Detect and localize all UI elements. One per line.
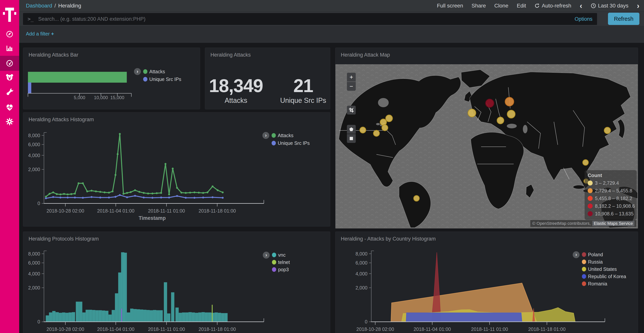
chart-legend: ›AttacksUnique Src IPs [134, 68, 181, 83]
auto-refresh-button[interactable]: Auto-refresh [534, 3, 571, 9]
sidebar-item-dashboard[interactable] [0, 56, 19, 71]
svg-text:2018-10-28 02:00: 2018-10-28 02:00 [356, 326, 394, 332]
sidebar-item-management[interactable] [0, 114, 19, 129]
map-legend-item: 3 – 2,729.4 [588, 179, 634, 187]
svg-text:2,000: 2,000 [28, 285, 40, 290]
legend-item[interactable]: Attacks [143, 68, 181, 75]
sidebar-item-discover[interactable] [0, 27, 19, 42]
edit-button[interactable]: Edit [517, 3, 526, 9]
refresh-cycle-icon [534, 3, 540, 9]
metric-values: 18,349 Attacks 21 Unique Src IPs [205, 77, 330, 105]
panel-heralding-attack-map: Heralding Attack Map [335, 48, 638, 228]
svg-text:15,000: 15,000 [110, 95, 124, 100]
query-bar: >_ Options Refresh [19, 12, 644, 26]
svg-text:0: 0 [365, 319, 368, 324]
map-rectangle-draw-button[interactable] [347, 134, 356, 143]
legend-item[interactable]: Unique Src IPs [143, 75, 181, 83]
panel-attacks-by-country-histogram: Heralding - Attacks by Country Histogram… [335, 231, 638, 333]
map-crop-filter-button[interactable] [347, 106, 356, 115]
svg-text:0: 0 [38, 201, 40, 206]
sidebar-item-visualize[interactable] [0, 41, 19, 56]
svg-text:6,000: 6,000 [28, 260, 40, 265]
legend-expand-icon[interactable]: › [263, 252, 270, 259]
sidebar-item-t-pot[interactable] [0, 70, 19, 85]
protocols-histogram-chart[interactable]: 02,0004,0006,0008,0002018-10-28 02:00201… [23, 232, 330, 333]
pentagon-icon [349, 127, 354, 132]
legend-item[interactable]: Romania [582, 280, 626, 287]
legend-item[interactable]: Russia [582, 258, 626, 265]
legend-item[interactable]: Poland [582, 251, 626, 258]
svg-text:2018-11-04 01:00: 2018-11-04 01:00 [97, 208, 134, 213]
svg-text:5,000: 5,000 [74, 95, 85, 100]
svg-text:2018-11-04 01:00: 2018-11-04 01:00 [414, 326, 451, 332]
metric-attacks: 18,349 Attacks [209, 77, 263, 105]
legend-item[interactable]: United States [582, 265, 626, 273]
legend-expand-icon[interactable]: › [134, 68, 141, 75]
legend-item[interactable]: Unique Src IPs [272, 139, 310, 147]
map-polygon-draw-button[interactable] [347, 125, 356, 134]
svg-text:4,000: 4,000 [356, 271, 368, 276]
legend-item[interactable]: pop3 [272, 266, 290, 273]
share-button[interactable]: Share [472, 3, 486, 9]
svg-text:2018-11-11 01:00: 2018-11-11 01:00 [148, 326, 185, 332]
query-options-link[interactable]: Options [574, 16, 592, 22]
bar-chart-icon [5, 44, 14, 53]
refresh-button[interactable]: Refresh [608, 13, 640, 25]
map-zoom-in-button[interactable]: + [347, 73, 356, 82]
time-range-picker[interactable]: Last 30 days [591, 3, 628, 9]
breadcrumb-dashboard-link[interactable]: Dashboard [26, 3, 52, 9]
svg-text:2018-10-28 02:00: 2018-10-28 02:00 [46, 208, 84, 213]
time-forward-chevron[interactable]: › [637, 3, 640, 9]
svg-text:2,000: 2,000 [28, 167, 40, 172]
heartbeat-icon [5, 103, 14, 112]
svg-text:6,000: 6,000 [356, 260, 368, 265]
map-attribution: © OpenStreetMap contributors, Elastic Ma… [530, 220, 636, 227]
panel-heralding-attacks-histogram: Heralding Attacks Histogram 02,0004,0006… [23, 112, 330, 226]
svg-text:2018-11-11 01:00: 2018-11-11 01:00 [471, 326, 508, 332]
sidebar-item-dev-tools[interactable] [0, 85, 19, 100]
legend-expand-icon[interactable]: › [262, 132, 269, 139]
search-input[interactable] [38, 16, 571, 22]
svg-text:0: 0 [38, 319, 40, 324]
legend-expand-icon[interactable]: › [573, 251, 580, 258]
svg-text:2018-11-18 01:00: 2018-11-18 01:00 [528, 326, 566, 332]
svg-text:2018-11-04 01:00: 2018-11-04 01:00 [97, 326, 134, 332]
full-screen-button[interactable]: Full screen [437, 3, 463, 9]
panel-heralding-protocols-histogram: Heralding Protocols Histogram 02,0004,00… [23, 231, 330, 333]
legend-item[interactable]: telnet [272, 259, 290, 266]
map-zoom-out-button[interactable]: − [347, 82, 356, 91]
chart-legend: ›AttacksUnique Src IPs [262, 132, 310, 147]
terminal-prompt-icon: >_ [28, 16, 34, 22]
legend-item[interactable]: vnc [272, 251, 290, 259]
map-legend-item: 10,908.6 – 13,635 [588, 210, 634, 217]
search-box: >_ Options [23, 13, 597, 25]
attacks-histogram-chart[interactable]: 02,0004,0006,0008,0002018-10-28 02:00201… [23, 112, 330, 226]
osm-attribution[interactable]: © OpenStreetMap contributors, [532, 221, 591, 226]
panel-title: Heralding Attacks [210, 52, 251, 58]
top-actions: Full screen Share Clone Edit Auto-refres… [437, 3, 640, 9]
svg-text:4,000: 4,000 [28, 153, 40, 158]
sidebar-item-monitoring[interactable] [0, 100, 19, 115]
clone-button[interactable]: Clone [494, 3, 508, 9]
world-map[interactable]: + − Count 3 – 2,729.42,729.4 – 5,455.85,… [336, 64, 638, 228]
svg-text:4,000: 4,000 [28, 271, 40, 276]
metric-label: Unique Src IPs [280, 97, 326, 105]
bear-icon [5, 73, 14, 82]
metric-unique-src-ips: 21 Unique Src IPs [280, 77, 326, 105]
legend-item[interactable]: Republic of Korea [582, 273, 626, 280]
svg-text:6,000: 6,000 [28, 142, 40, 147]
elastic-maps-service-link[interactable]: Elastic Maps Service [592, 221, 634, 226]
app-sidebar [0, 0, 19, 333]
legend-item[interactable]: Attacks [272, 132, 310, 139]
t-mobile-logo [3, 5, 16, 25]
chart-legend: ›PolandRussiaUnited StatesRepublic of Ko… [573, 251, 626, 287]
square-icon [349, 136, 354, 141]
svg-text:Timestamp: Timestamp [138, 215, 166, 221]
filter-bar: Add a filter + [19, 26, 644, 43]
clock-icon [591, 3, 596, 9]
map-legend-item: 8,182.2 – 10,908.6 [588, 202, 634, 210]
svg-text:8,000: 8,000 [28, 133, 40, 138]
time-back-chevron[interactable]: ‹ [580, 3, 582, 9]
wrench-icon [5, 88, 14, 97]
add-filter-link[interactable]: Add a filter + [26, 31, 54, 37]
